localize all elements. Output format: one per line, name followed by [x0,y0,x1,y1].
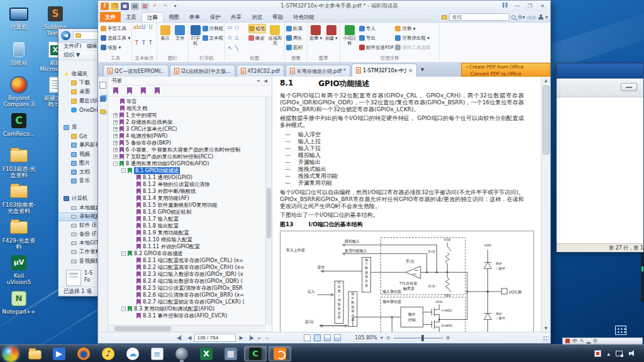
desktop-icon-Notepad++[interactable]: NNotepad++ [1,290,36,315]
ime-keyboard-icon[interactable]: ▂ [587,338,591,344]
document-tab[interactable]: AT24C02.pdf [236,65,284,77]
ribbon-button-文本框[interactable]: 文本框 [203,33,224,43]
bookmark-item[interactable]: -8.1 GPIO功能描述 [108,167,265,174]
bookmark-item[interactable]: +7 互联型产品的复位和时钟控制(RCC) [108,153,265,160]
page-number-input[interactable] [194,334,236,342]
search-icon[interactable] [511,15,516,19]
comments-panel-icon[interactable] [100,109,106,114]
collapse-icon[interactable]: - [121,251,126,256]
desktop-icon-计算机[interactable]: 计算机 [1,5,36,30]
ribbon-button-备注[interactable]: 备注 [158,24,172,55]
bookmark-item[interactable]: 8.1.6 GPIO锁定机制 [108,209,265,216]
bookmark-item[interactable]: +6 小容量、中容量和大容量产品的复位和时钟控制 [108,146,265,153]
textmark-glyph[interactable]: T [133,40,140,47]
document-tab[interactable]: 常用存储器介绍.pdf * [286,65,350,77]
last-page-icon[interactable]: ▕▶ [247,335,254,341]
bookmark-item[interactable]: 8.1.3 外部中断/唤醒线 [108,188,265,195]
expand-icon[interactable]: + [113,155,118,159]
layers-panel-icon[interactable] [100,96,106,102]
taskbar-foxit-icon[interactable] [269,346,291,361]
ime-pen-icon[interactable]: ✎ [580,338,584,344]
titlebar[interactable]: f ❒ ▣ ▤ ▥ ↶ ↷ ▾ 1-STM32F10x-中文参考手册.pdf *… [98,1,550,12]
menu-file[interactable]: 文件(F) [64,43,82,50]
collapse-icon[interactable]: - [121,307,126,311]
tray-expand-icon[interactable]: ▴ [607,351,610,357]
bookmark-item[interactable]: 导言 [108,98,265,105]
bookmark-item[interactable]: 8.1.8 输出配置 [108,222,265,229]
bookmark-item[interactable]: 8.2.6 端口位清除寄存器(GPIOx_BRR) (x= [108,292,265,299]
bookmark-item[interactable]: 8.2.1 端口配置低寄存器(GPIOx_CRL) (x= [108,257,265,264]
bookmark-item[interactable]: 8.2.5 端口位设置/清除寄存器(GPIOx_BSR [108,285,265,292]
document-tab[interactable]: I2C—读写EEPROM(... [103,65,169,77]
zoom-slider[interactable] [394,337,443,339]
next-icon[interactable]: ▷ [533,14,536,20]
expand-icon[interactable]: + [113,120,118,124]
bookmark-item[interactable]: +5 备份寄存器(BKP) [108,140,265,146]
volume-icon[interactable] [629,350,636,357]
ribbon-button-手型工具[interactable]: 手型工具 [101,24,130,33]
ribbon-tab-主页[interactable]: 主页 [121,12,142,22]
qat-dropdown-icon[interactable]: ▾ [171,3,179,10]
bookmark-item[interactable]: 8.1.2 单独的位设置或位清除 [108,181,265,188]
account-icon[interactable] [538,14,543,20]
ribbon-button-注释框[interactable]: 注释框 [203,24,224,33]
facing-page-icon[interactable] [324,334,331,341]
bookmark-icon[interactable] [141,87,146,94]
prev-page-icon[interactable]: ◀ [187,335,191,341]
shape-glyph[interactable]: ◇ [226,34,233,41]
taskbar-qq-music-icon[interactable]: ♪ [97,346,119,361]
shape-glyph[interactable]: ╲ [233,45,240,52]
ribbon-button-邮件发送FDF[interactable]: 邮件发送FDF [359,43,394,52]
search-input[interactable] [449,13,509,21]
organize-button[interactable]: 组织 ▼ [64,52,80,59]
clipboard-icon[interactable]: ▥ [141,3,149,10]
taskbar-media-player-icon[interactable]: ▶ [48,346,70,361]
ribbon-button-注释 ▾[interactable]: 注释 ▾ [395,24,430,33]
expand-icon[interactable]: + [113,127,118,131]
ribbon-tab-注释[interactable]: 注释 [142,12,164,22]
page-scrollbar[interactable]: ▲ ▼ [541,77,550,332]
gear-icon[interactable]: ⚙▾ [518,14,525,20]
desktop-icon-F429-光盘资[interactable]: F429-光盘资料 [1,219,36,250]
ribbon-button-小结注释[interactable]: 小结注释 [341,24,358,55]
redo-icon[interactable]: ↷ [161,3,169,10]
shape-glyph[interactable]: ○ [233,24,240,31]
bookmark-item[interactable]: 8.1.10 模拟输入配置 [108,236,265,243]
ribbon-button-导入[interactable]: 导入 [359,24,394,33]
ribbon-button-面积[interactable]: 面积 [286,43,303,52]
ribbon-button-选择工具 ▾[interactable]: 选择工具 ▾ [101,33,130,43]
bookmark-item[interactable]: 8.1.1 通用I/O(GPIO) [108,174,265,181]
document-tab[interactable]: I2c总线协议(中文版... [170,65,235,77]
ribbon-button-导出[interactable]: 导出 [359,33,394,43]
shape-glyph[interactable]: △ [233,34,240,41]
ribbon-button-打字机[interactable]: 打字机 [190,24,201,55]
open-icon[interactable]: ❒ [111,3,119,10]
ribbon-tab-视图[interactable]: 视图 [164,12,184,22]
print-icon[interactable]: ▤ [131,3,139,10]
language-bar[interactable]: 中 ✎ ▂ ⚙ [562,337,643,344]
locate-bookmark-icon[interactable] [155,87,160,94]
expand-icon[interactable]: + [113,148,118,152]
next-view-icon[interactable]: ⬎ [265,335,269,341]
minimize-button[interactable] [621,83,637,91]
bookmark-item[interactable]: -8.3 复用功能I/O和调试配置(AFIO) [108,305,265,312]
bookmark-item[interactable]: +2 存储器和总线构架 [108,119,265,126]
ribbon-button-保持工具选择[interactable]: 保持工具选择 [395,43,430,52]
bookmark-item[interactable]: +3 CRC计算单元(CRC) [108,126,265,133]
promo-popup[interactable]: ✓Create PDF from Office Convert PDF to O… [461,63,550,77]
ribbon-button-橡皮[interactable]: 橡皮 [248,33,266,43]
ime-settings-icon[interactable]: ⚙ [593,338,597,344]
bookmark-item[interactable]: +4 电源控制(PWR) [108,133,265,140]
ribbon-button-图章 ▾[interactable]: 图章 ▾ [309,24,323,55]
layout-switch-icon[interactable] [499,3,510,11]
ribbon-tab-文件[interactable]: 文件 [100,12,121,22]
ribbon-button-文件[interactable]: 文件 [174,24,187,55]
desktop-grid-icon[interactable] [615,326,626,335]
ribbon-button-周长[interactable]: 周长 [286,33,303,43]
delete-bookmark-icon[interactable] [113,87,118,94]
ribbon-button-铅笔[interactable]: 铅笔 [248,24,266,33]
desktop-icon-Keil[interactable]: µVKeiluVision5 [1,254,36,285]
ribbon-button-注释弹出框 ▾[interactable]: 注释弹出框 ▾ [395,33,430,43]
shape-glyph[interactable]: ↖ [226,45,233,52]
bookmark-item[interactable]: 8.2.2 端口配置高寄存器(GPIOx_CRH) (x= [108,264,265,271]
